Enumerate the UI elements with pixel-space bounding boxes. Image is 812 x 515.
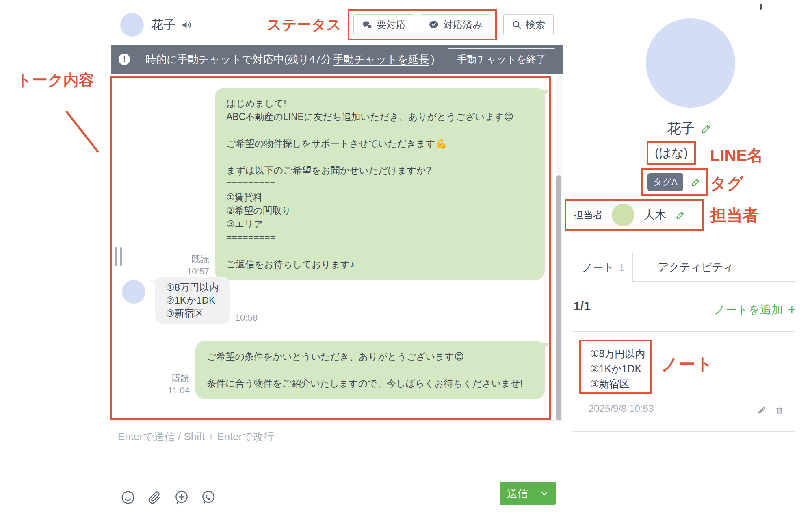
customer-avatar <box>122 280 145 304</box>
check-bubble-icon <box>429 20 439 30</box>
sidebar-divider <box>567 241 812 241</box>
message-meta: 既読 10:57 <box>187 253 209 280</box>
need-action-label: 要対応 <box>377 18 406 31</box>
message-list: 既読 10:57 はじめまして! ABC不動産のLINEに友だち追加いただき、あ… <box>111 74 563 421</box>
call-icon[interactable] <box>201 490 216 505</box>
delete-note-trash-icon[interactable] <box>775 405 784 415</box>
annotation-talk-content: トーク内容 <box>16 70 94 91</box>
message-time: 10:57 <box>187 265 209 278</box>
note-date: 2025/9/8 10:53 <box>589 403 654 414</box>
read-label: 既読 <box>172 372 190 385</box>
chevron-down-icon[interactable] <box>540 489 549 498</box>
annotation-tag: タグ <box>710 172 743 195</box>
edit-name-pencil-icon[interactable] <box>701 123 712 134</box>
done-label: 対応済み <box>443 18 483 31</box>
edit-note-pencil-icon[interactable] <box>757 405 767 415</box>
profile-name-row: 花子 <box>567 119 812 138</box>
customer-avatar <box>120 13 144 37</box>
message-time: 10:58 <box>235 313 258 324</box>
done-button[interactable]: 対応済み <box>420 14 491 35</box>
line-chat-manager-page: トーク内容 花子 ステータス 要対応 <box>0 0 812 515</box>
customer-name: 花子 <box>151 17 175 33</box>
end-manual-chat-button[interactable]: 手動チャットを終了 <box>448 48 555 70</box>
profile-sidebar: 花子 (はな) LINE名 タグA タグ 担当者 大木 <box>567 0 812 515</box>
annotation-talk-line <box>65 111 99 153</box>
speaker-icon[interactable] <box>181 20 192 30</box>
note-annotation-box: ①8万円以内 ②1Kか1DK ③新宿区 <box>579 340 652 394</box>
manager-label: 担当者 <box>574 209 603 222</box>
manual-chat-banner: ! 一時的に手動チャットで対応中(残り47分 手動チャットを延長 ) 手動チャッ… <box>111 45 563 74</box>
message-time: 11:04 <box>168 385 190 397</box>
tag-badge[interactable]: タグA <box>647 173 683 191</box>
send-button[interactable]: 送信 <box>500 482 556 505</box>
search-button[interactable]: 検索 <box>503 14 554 35</box>
banner-text-suffix: ) <box>431 53 435 66</box>
line-display-name: (はな) <box>655 146 688 159</box>
input-toolbar <box>120 490 216 505</box>
sidebar-scrollbar-thumb[interactable] <box>760 4 762 10</box>
panel-resize-handle[interactable] <box>115 247 122 266</box>
message-outgoing-1: 既読 10:57 はじめまして! ABC不動産のLINEに友だち追加いただき、あ… <box>187 88 545 280</box>
banner-text: 一時的に手動チャットで対応中(残り47分 <box>135 52 331 67</box>
chat-scrollbar-thumb[interactable] <box>556 175 561 421</box>
tab-activity[interactable]: アクティビティ <box>658 260 734 274</box>
manager-avatar <box>612 204 634 226</box>
extend-manual-chat-link[interactable]: 手動チャットを延長 <box>333 52 429 67</box>
tab-note-count: 1 <box>619 262 624 273</box>
plus-icon: + <box>788 302 796 317</box>
send-divider <box>534 487 534 500</box>
note-pagination: 1/1 <box>574 299 591 313</box>
tag-annotation-box: タグA <box>641 168 708 196</box>
chat-bubbles-icon <box>362 20 372 30</box>
search-label: 検索 <box>526 18 545 31</box>
message-incoming-1: ①8万円以内 ②1Kか1DK ③新宿区 10:58 <box>122 277 258 324</box>
chat-header: 花子 ステータス 要対応 <box>111 4 563 45</box>
edit-manager-pencil-icon[interactable] <box>675 210 686 220</box>
message-bubble: ①8万円以内 ②1Kか1DK ③新宿区 <box>155 277 230 324</box>
manager-name: 大木 <box>643 207 666 223</box>
line-name-annotation-box: (はな) <box>647 141 696 165</box>
message-outgoing-2: 既読 11:04 ご希望の条件をかいとういただき、ありがとうございます😊 条件に… <box>168 341 545 399</box>
manager-annotation-box: 担当者 大木 <box>565 199 704 231</box>
add-note-label: ノートを追加 <box>714 302 783 317</box>
annotation-line-name: LINE名 <box>710 144 763 167</box>
add-content-icon[interactable] <box>174 490 189 505</box>
status-annotation-box: 要対応 対応済み <box>348 9 497 40</box>
attachment-icon[interactable] <box>147 490 162 505</box>
message-input[interactable] <box>111 421 563 469</box>
message-input-area: 送信 <box>111 420 563 513</box>
exclamation-icon: ! <box>119 54 130 65</box>
profile-avatar <box>646 18 735 108</box>
tab-note-label: ノート <box>582 261 614 275</box>
add-note-link[interactable]: ノートを追加 + <box>714 302 796 317</box>
annotation-manager: 担当者 <box>710 204 759 226</box>
chat-panel: 花子 ステータス 要対応 <box>111 4 563 513</box>
tab-underline <box>633 281 796 282</box>
read-label: 既読 <box>191 253 209 265</box>
profile-name: 花子 <box>667 119 695 138</box>
tab-note[interactable]: ノート 1 <box>574 253 633 282</box>
annotation-note: ノート <box>661 353 713 376</box>
note-card: ①8万円以内 ②1Kか1DK ③新宿区 ノート 2025/9/8 10:53 <box>572 331 795 432</box>
note-actions <box>757 405 784 415</box>
send-label: 送信 <box>507 487 528 501</box>
search-icon <box>512 20 522 30</box>
message-bubble: ご希望の条件をかいとういただき、ありがとうございます😊 条件に合う物件をご紹介い… <box>195 341 545 399</box>
message-bubble: はじめまして! ABC不動産のLINEに友だち追加いただき、ありがとうございます… <box>215 88 545 280</box>
emoji-icon[interactable] <box>120 490 136 505</box>
annotation-status: ステータス <box>267 15 341 35</box>
need-action-button[interactable]: 要対応 <box>353 14 414 35</box>
message-meta: 既読 11:04 <box>168 372 190 399</box>
edit-tag-pencil-icon[interactable] <box>691 177 701 187</box>
note-text: ①8万円以内 ②1Kか1DK ③新宿区 <box>581 341 650 391</box>
